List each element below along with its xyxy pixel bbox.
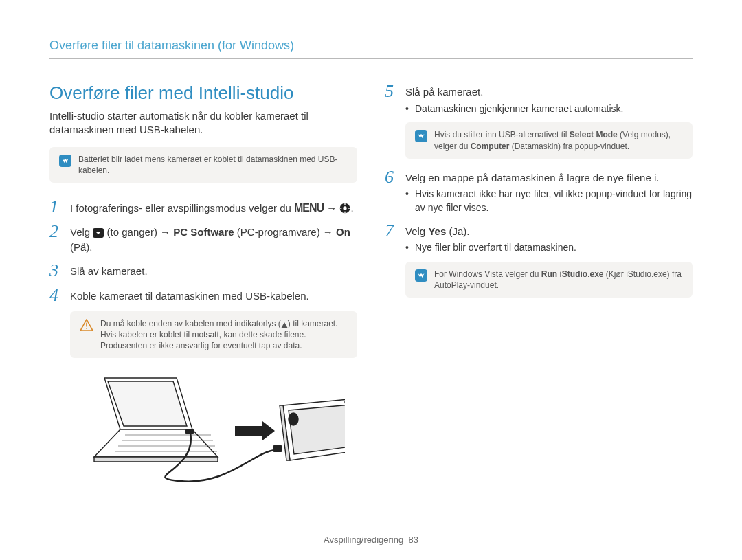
note-cable-text: Du må koble enden av kabelen med indikat… — [100, 318, 348, 352]
left-column: Overføre filer med Intelli-studio Intell… — [49, 82, 357, 494]
breadcrumb: Overføre filer til datamaskinen (for Win… — [49, 38, 693, 59]
step-5-sub: Datamaskinen gjenkjenner kameraet automa… — [405, 102, 624, 116]
svg-rect-16 — [273, 445, 282, 452]
step-number: 4 — [49, 287, 63, 304]
step-number: 3 — [49, 262, 63, 280]
svg-rect-13 — [186, 429, 194, 434]
step-number: 7 — [385, 222, 398, 240]
step-2-text-c: (PC-programvare) → — [234, 226, 336, 238]
step-6-body: Velg en mappe på datamaskinen å lagre de… — [405, 172, 659, 183]
note-vista: For Windows Vista velger du Run iStudio.… — [405, 262, 693, 298]
footer-page-number: 83 — [408, 535, 418, 545]
svg-rect-3 — [345, 212, 346, 214]
step-7-b: (Ja). — [446, 225, 469, 237]
note-vista-a: For Windows Vista velger du — [434, 269, 541, 279]
step-4: 4 Koble kameraet til datamaskinen med US… — [49, 287, 357, 304]
gear-icon — [339, 203, 350, 214]
step-2-body: Velg (to ganger) → PC Software (PC-progr… — [70, 223, 357, 255]
step-6: 6 Velg en mappe på datamaskinen å lagre … — [385, 168, 693, 215]
step-2-text-b: (to ganger) → — [104, 226, 173, 238]
svg-rect-7 — [86, 322, 87, 326]
note-battery: Batteriet blir ladet mens kameraet er ko… — [49, 147, 357, 183]
step-7-body: Velg Yes (Ja). — [405, 225, 469, 237]
step-2-text-d: (På). — [70, 241, 93, 253]
step-1-body: I fotograferings- eller avspillingsmodus… — [70, 198, 354, 216]
triangle-up-icon — [281, 322, 288, 328]
svg-rect-8 — [86, 328, 87, 329]
chevron-down-icon — [93, 228, 104, 238]
step-5: 5 Slå på kameraet. Datamaskinen gjenkjen… — [385, 82, 693, 115]
section-title: Overføre filer med Intelli-studio — [49, 82, 357, 104]
step-number: 2 — [49, 223, 63, 240]
step-number: 6 — [385, 168, 398, 186]
footer-section: Avspilling/redigering — [324, 535, 403, 545]
warning-icon — [80, 319, 93, 331]
step-4-body: Koble kameraet til datamaskinen med USB-… — [70, 287, 309, 304]
note-select-mode-text: Hvis du stiller inn USB-alternativet til… — [434, 129, 683, 151]
svg-rect-4 — [340, 208, 342, 208]
step-1-text-a: I fotograferings- eller avspillingsmodus… — [70, 202, 294, 214]
note-cable-a: Du må koble enden av kabelen med indikat… — [100, 319, 281, 328]
step-1-text-b: → — [324, 202, 339, 214]
step-7-sub: Nye filer blir overført til datamaskinen… — [405, 241, 576, 255]
step-7-bold: Yes — [428, 225, 446, 237]
svg-rect-2 — [345, 203, 346, 205]
info-icon — [415, 269, 427, 282]
step-1-text-c: . — [350, 202, 353, 214]
note-vista-text: For Windows Vista velger du Run iStudio.… — [434, 269, 683, 291]
svg-point-1 — [344, 206, 347, 210]
step-2: 2 Velg (to ganger) → PC Software (PC-pro… — [49, 223, 357, 255]
step-number: 1 — [49, 198, 63, 216]
note-select-mode: Hvis du stiller inn USB-alternativet til… — [405, 122, 693, 158]
step-6-sub: Hvis kameraet ikke har nye filer, vil ik… — [405, 188, 693, 214]
step-3: 3 Slå av kameraet. — [49, 262, 357, 280]
note-select-bold-1: Select Mode — [570, 130, 618, 139]
step-1: 1 I fotograferings- eller avspillingsmod… — [49, 198, 357, 216]
note-battery-text: Batteriet blir ladet mens kameraet er ko… — [78, 154, 348, 176]
note-select-a: Hvis du stiller inn USB-alternativet til — [434, 130, 570, 139]
step-2-text-a: Velg — [70, 226, 93, 238]
step-3-body: Slå av kameraet. — [70, 262, 148, 279]
menu-icon: MENU — [294, 202, 324, 214]
page-footer: Avspilling/redigering 83 — [0, 535, 742, 545]
usb-connection-illustration — [56, 368, 357, 494]
info-icon — [415, 130, 427, 142]
note-cable: Du må koble enden av kabelen med indikat… — [70, 311, 357, 359]
step-7: 7 Velg Yes (Ja). Nye filer blir overført… — [385, 222, 693, 255]
right-column: 5 Slå på kameraet. Datamaskinen gjenkjen… — [385, 82, 693, 494]
step-7-a: Velg — [405, 225, 428, 237]
step-2-bold-2: On — [336, 226, 350, 238]
step-5-body: Slå på kameraet. — [405, 86, 483, 98]
info-icon — [59, 155, 71, 167]
note-select-bold-2: Computer — [471, 142, 510, 151]
svg-point-14 — [289, 413, 298, 425]
note-select-c: (Datamaskin) fra popup-vinduet. — [509, 142, 629, 151]
note-vista-bold: Run iStudio.exe — [541, 269, 604, 279]
step-2-bold-1: PC Software — [173, 226, 234, 238]
step-number: 5 — [385, 82, 398, 100]
intro-text: Intelli-studio starter automatisk når du… — [49, 109, 357, 137]
